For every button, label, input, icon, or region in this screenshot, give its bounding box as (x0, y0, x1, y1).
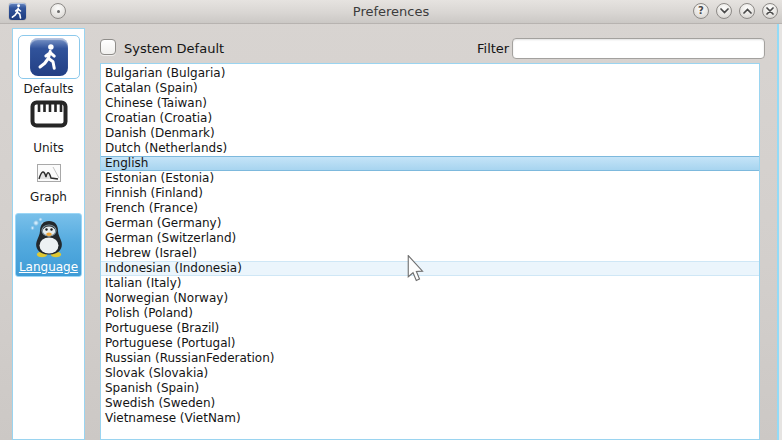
preferences-sidebar: Defaults Units Graph (12, 28, 85, 440)
chevron-down-icon (720, 8, 729, 14)
language-list-item[interactable]: Norwegian (Norway) (101, 291, 759, 306)
language-list: Bulgarian (Bulgaria)Catalan (Spain)Chine… (100, 63, 760, 440)
language-list-item[interactable]: Russian (RussianFederation) (101, 351, 759, 366)
help-icon: ? (698, 6, 704, 16)
language-list-item[interactable]: Danish (Denmark) (101, 126, 759, 141)
language-list-item[interactable]: German (Germany) (101, 216, 759, 231)
filter-input[interactable] (512, 38, 765, 59)
language-list-item[interactable]: Spanish (Spain) (101, 381, 759, 396)
shade-button[interactable] (716, 3, 732, 19)
sidebar-item-label: Language (16, 260, 81, 274)
ruler-icon (30, 100, 68, 128)
language-list-item[interactable]: Dutch (Netherlands) (101, 141, 759, 156)
language-list-item[interactable]: Hebrew (Israel) (101, 246, 759, 261)
window-title: Preferences (0, 4, 782, 19)
language-list-item[interactable]: Italian (Italy) (101, 276, 759, 291)
hiker-icon (30, 38, 68, 76)
current-item-frame (18, 35, 80, 79)
unshade-button[interactable] (739, 3, 755, 19)
titlebar: Preferences ? (0, 0, 782, 24)
sidebar-item-label: Units (13, 141, 84, 155)
language-list-item[interactable]: Chinese (Taiwan) (101, 96, 759, 111)
sidebar-item-label: Defaults (13, 82, 84, 96)
language-list-item[interactable]: Portuguese (Portugal) (101, 336, 759, 351)
language-list-item[interactable]: Polish (Poland) (101, 306, 759, 321)
sidebar-item-language[interactable]: Language (15, 213, 82, 277)
language-list-item[interactable]: Slovak (Slovakia) (101, 366, 759, 381)
language-list-item[interactable]: Swedish (Sweden) (101, 396, 759, 411)
tux-icon (27, 216, 71, 260)
language-list-item[interactable]: French (France) (101, 201, 759, 216)
system-default-checkbox[interactable] (100, 39, 116, 55)
system-default-label: System Default (124, 41, 224, 56)
sidebar-item-label: Graph (13, 190, 84, 204)
language-list-item[interactable]: English (101, 156, 759, 171)
language-list-item[interactable]: Croatian (Croatia) (101, 111, 759, 126)
sidebar-item-graph[interactable]: Graph (13, 164, 84, 204)
sidebar-item-defaults[interactable]: Defaults (13, 35, 84, 96)
language-list-item[interactable]: German (Switzerland) (101, 231, 759, 246)
close-icon (766, 7, 774, 15)
language-list-item[interactable]: Vietnamese (VietNam) (101, 411, 759, 426)
close-button[interactable] (762, 3, 778, 19)
language-list-item[interactable]: Bulgarian (Bulgaria) (101, 66, 759, 81)
language-list-item[interactable]: Finnish (Finland) (101, 186, 759, 201)
graph-icon (37, 164, 61, 182)
language-list-item[interactable]: Catalan (Spain) (101, 81, 759, 96)
language-list-item[interactable]: Indonesian (Indonesia) (101, 261, 759, 276)
mouse-cursor (407, 255, 424, 284)
language-list-item[interactable]: Estonian (Estonia) (101, 171, 759, 186)
sidebar-item-units[interactable]: Units (13, 100, 84, 155)
filter-label: Filter (477, 41, 509, 56)
language-list-item[interactable]: Portuguese (Brazil) (101, 321, 759, 336)
help-button[interactable]: ? (693, 3, 709, 19)
chevron-up-icon (743, 8, 752, 14)
